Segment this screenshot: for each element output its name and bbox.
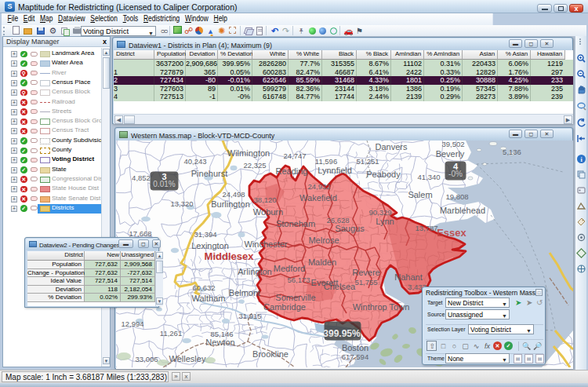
svg-text:31,394: 31,394 [194,230,216,239]
svg-text:Burlington: Burlington [211,199,250,209]
svg-text:26,628: 26,628 [326,216,349,225]
svg-text:Lynnfield: Lynnfield [318,166,352,175]
svg-text:Stoneham: Stoneham [276,219,315,228]
svg-text:Saugus: Saugus [335,224,365,233]
svg-text:Malden: Malden [308,257,336,267]
svg-text:41,340: 41,340 [417,173,440,181]
svg-text:17,668: 17,668 [129,229,151,238]
svg-text:24,747: 24,747 [283,152,306,160]
svg-text:39,502: 39,502 [441,141,464,148]
svg-text:Reading: Reading [276,166,308,176]
svg-text:Melrose: Melrose [308,235,339,245]
svg-text:Woburn: Woburn [253,207,283,217]
svg-text:Boston: Boston [342,343,368,352]
svg-text:60,632: 60,632 [192,283,215,292]
svg-text:24,498: 24,498 [222,190,245,199]
svg-text:Medford: Medford [274,264,305,273]
svg-text:Brookline: Brookline [252,349,289,359]
svg-text:11,261: 11,261 [160,329,182,338]
svg-text:4,852: 4,852 [132,173,151,182]
svg-text:13,320: 13,320 [170,199,193,208]
svg-text:617,594: 617,594 [342,352,368,361]
svg-text:33,006: 33,006 [135,355,158,363]
svg-text:5,136: 5,136 [503,148,521,156]
svg-text:Peabody: Peabody [366,170,401,179]
svg-text:Revere: Revere [352,268,379,277]
svg-text:56,173: 56,173 [287,276,310,284]
svg-text:0.01%: 0.01% [153,180,175,188]
svg-text:31,915: 31,915 [238,312,261,320]
svg-text:Winchester: Winchester [244,239,287,249]
svg-text:-0%: -0% [448,170,463,178]
svg-text:Chelsea: Chelsea [324,282,356,291]
svg-text:Lexington: Lexington [191,241,229,250]
svg-text:12,994: 12,994 [121,319,143,328]
svg-text:51,251: 51,251 [356,157,379,166]
svg-text:Belmont: Belmont [229,288,260,298]
svg-text:38,120: 38,120 [253,195,276,204]
svg-text:90,329: 90,329 [368,208,391,217]
svg-text:399.95%: 399.95% [323,328,361,339]
svg-text:Nahant: Nahant [394,272,422,282]
svg-text:Arlington: Arlington [238,267,271,276]
svg-text:24,932: 24,932 [307,182,330,191]
svg-text:13,787: 13,787 [415,224,437,232]
svg-text:Wakefield: Wakefield [299,193,337,203]
svg-text:19,808: 19,808 [445,192,468,201]
svg-text:Wellesley: Wellesley [169,354,206,363]
svg-text:51,755: 51,755 [354,278,377,287]
svg-text:85,146: 85,146 [210,330,233,338]
svg-text:Marblehead: Marblehead [440,206,485,215]
svg-text:Wilmington: Wilmington [227,148,270,158]
svg-text:Newton: Newton [205,338,234,347]
svg-text:11,596: 11,596 [315,157,337,166]
svg-text:Essex: Essex [437,227,466,239]
svg-text:22,325: 22,325 [243,161,266,170]
svg-text:Waltham: Waltham [192,294,226,303]
svg-text:Beverly: Beverly [436,149,465,159]
svg-text:Middlesex: Middlesex [205,250,255,262]
svg-text:Pinehurst: Pinehurst [191,169,227,178]
svg-text:Lynn: Lynn [376,217,394,226]
svg-text:40,243: 40,243 [183,157,206,166]
svg-text:Danvers: Danvers [376,142,408,152]
svg-text:Salem: Salem [408,190,432,199]
svg-text:Cambridge: Cambridge [263,302,306,312]
svg-text:Somerville: Somerville [275,293,315,302]
svg-text:Winthrop Town: Winthrop Town [353,302,410,312]
